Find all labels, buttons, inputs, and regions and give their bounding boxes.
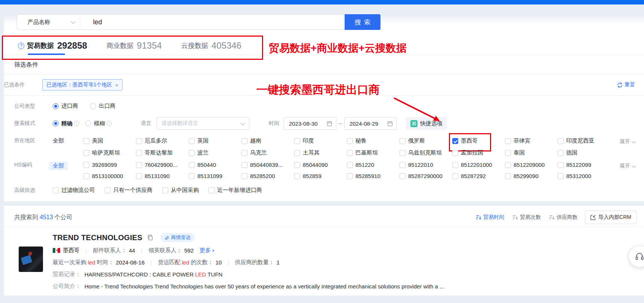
checkbox[interactable] [505,150,511,156]
advanced-checkbox-item[interactable]: 过滤物流公司 [53,187,95,194]
checkbox[interactable] [505,162,511,168]
checkbox[interactable] [558,173,564,179]
translate-language-select[interactable]: 请选择翻译语言 [157,117,249,130]
checkbox[interactable] [400,173,406,179]
checkbox[interactable] [452,138,458,144]
more-link[interactable]: 更多› [200,247,214,254]
hs-checkbox-item[interactable]: 85287290000 [400,173,452,179]
sort-option[interactable]: 贸易次数 [512,214,541,221]
checkbox[interactable] [83,138,89,144]
reset-button[interactable]: 重置 [617,82,635,88]
radio-icon[interactable] [90,103,96,109]
region-checkbox-item[interactable]: 哈萨克斯坦 [83,149,136,156]
checkbox[interactable] [83,150,89,156]
checkbox[interactable] [400,150,406,156]
search-button[interactable]: 搜索 [345,14,380,30]
region-checkbox-item[interactable]: 波兰 [189,149,241,156]
tab-cloud-search-data[interactable]: 云搜数据 405346 [181,40,241,51]
hs-checkbox-item[interactable]: 85287292 [452,173,505,179]
hs-checkbox-item[interactable]: 85299090 [505,173,558,179]
checkbox[interactable] [83,173,89,179]
company-name[interactable]: TREND TECHNOLOGIES [53,233,142,242]
hs-checkbox-item[interactable]: 850440 [189,162,241,168]
date-to-input[interactable]: 2024-08-29 [344,117,397,130]
hs-checkbox-item[interactable]: 85122010 [400,162,452,168]
radio-icon[interactable] [53,120,59,126]
checkbox[interactable] [558,162,564,168]
checkbox[interactable] [505,138,511,144]
region-expand-button[interactable]: 展开 [620,138,644,145]
checkbox[interactable] [452,150,458,156]
checkbox[interactable] [136,173,142,179]
checkbox[interactable] [105,187,111,193]
region-checkbox-item[interactable]: 土耳其 [294,149,347,156]
checkbox[interactable] [294,173,300,179]
checkbox[interactable] [162,187,168,193]
checkbox[interactable] [558,150,564,156]
hs-checkbox-item[interactable]: 850440839... [241,162,294,168]
checkbox[interactable] [294,138,300,144]
hs-checkbox-item[interactable]: 851220 [347,162,400,168]
copy-icon[interactable] [147,235,153,241]
checkbox[interactable] [83,162,89,168]
search-input[interactable]: led [80,18,345,26]
quick-options-button[interactable]: ⌘ 快捷选项 [406,117,447,130]
checkbox[interactable] [558,138,564,144]
hs-checkbox-item[interactable]: 85285910 [347,173,400,179]
region-checkbox-item[interactable]: 泰国 [505,149,558,156]
date-from-input[interactable]: 2023-08-30 [284,117,336,130]
sort-option[interactable]: 贸易时间 [476,214,504,221]
hs-checkbox-item[interactable]: 85122099 [558,162,610,168]
hs-all-option[interactable]: 全部 [53,162,83,170]
hs-checkbox-item[interactable]: 760429900... [136,162,189,168]
checkbox[interactable] [209,187,215,193]
checkbox[interactable] [189,138,195,144]
advanced-checkbox-item[interactable]: 近一年新增进口商 [209,187,262,194]
company-result-item[interactable]: TREND TECHNOLOGIES 商情雷达 墨西 [4,227,644,290]
checkbox[interactable] [452,173,458,179]
region-all-option[interactable]: 全部 [53,137,83,144]
region-checkbox-item[interactable]: 乌兹别克斯坦 [400,149,452,156]
advanced-checkbox-item[interactable]: 只有一个供应商 [105,187,152,194]
radio-importer[interactable]: 进口商 [53,102,78,110]
hs-checkbox-item[interactable]: 8512201000 [452,162,505,168]
hs-checkbox-item[interactable]: 8512209000 [505,162,558,168]
hs-checkbox-item[interactable]: 85131099 [189,173,241,179]
region-checkbox-item[interactable]: 德国 [558,149,610,156]
checkbox[interactable] [452,162,458,168]
hs-checkbox-item[interactable]: 85131090 [136,173,189,179]
import-crm-button[interactable]: 导入内部CRM [585,211,637,224]
hs-checkbox-item[interactable]: 85312000 [558,173,610,179]
checkbox[interactable] [347,162,353,168]
checkbox[interactable] [241,162,247,168]
checkbox[interactable] [241,150,247,156]
region-checkbox-item[interactable]: 菲律宾 [505,137,558,144]
region-checkbox-item[interactable]: 哥斯达黎加 [136,149,189,156]
checkbox[interactable] [136,138,142,144]
hs-checkbox-item[interactable]: 85285200 [241,173,294,179]
region-checkbox-item[interactable]: 孟加拉国 [452,149,505,156]
checkbox[interactable] [294,150,300,156]
checkbox[interactable] [347,173,353,179]
region-checkbox-item[interactable]: 秘鲁 [347,137,400,144]
checkbox[interactable] [241,138,247,144]
checkbox[interactable] [347,138,353,144]
checkbox[interactable] [400,138,406,144]
hs-checkbox-item[interactable]: 85044090 [294,162,347,168]
region-checkbox-item[interactable]: 乌克兰 [241,149,294,156]
region-checkbox-item[interactable]: 墨西哥 [452,137,505,144]
radio-icon[interactable] [53,103,59,109]
business-radar-badge[interactable]: 商情雷达 [160,233,195,242]
radio-exporter[interactable]: 出口商 [90,102,115,110]
checkbox[interactable] [347,150,353,156]
tab-business-data[interactable]: 商业数据 91354 [107,40,162,51]
checkbox[interactable] [505,173,511,179]
region-checkbox-item[interactable]: 厄瓜多尔 [136,137,189,144]
hs-checkbox-item[interactable]: 852859 [294,173,347,179]
advanced-checkbox-item[interactable]: 从中国采购 [162,187,199,194]
checkbox[interactable] [189,162,195,168]
checkbox[interactable] [136,162,142,168]
hs-expand-button[interactable]: 展开 [620,163,644,169]
region-checkbox-item[interactable]: 越南 [241,137,294,144]
hs-checkbox-item[interactable]: 8513100000 [83,173,136,179]
